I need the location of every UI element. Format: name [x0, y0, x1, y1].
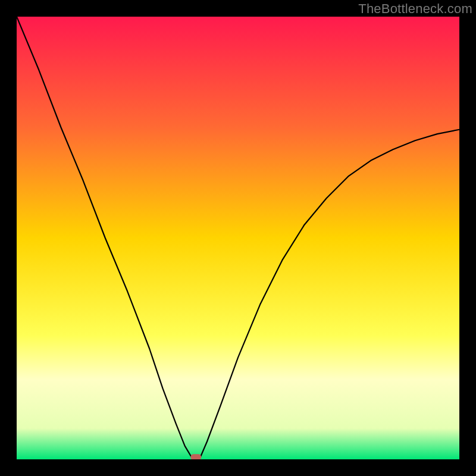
watermark-text: TheBottleneck.com [358, 1, 472, 17]
gradient-background [17, 17, 459, 459]
chart-svg [17, 17, 459, 459]
optimal-marker [190, 454, 201, 459]
plot-area [17, 17, 459, 459]
chart-frame: TheBottleneck.com [0, 0, 476, 476]
